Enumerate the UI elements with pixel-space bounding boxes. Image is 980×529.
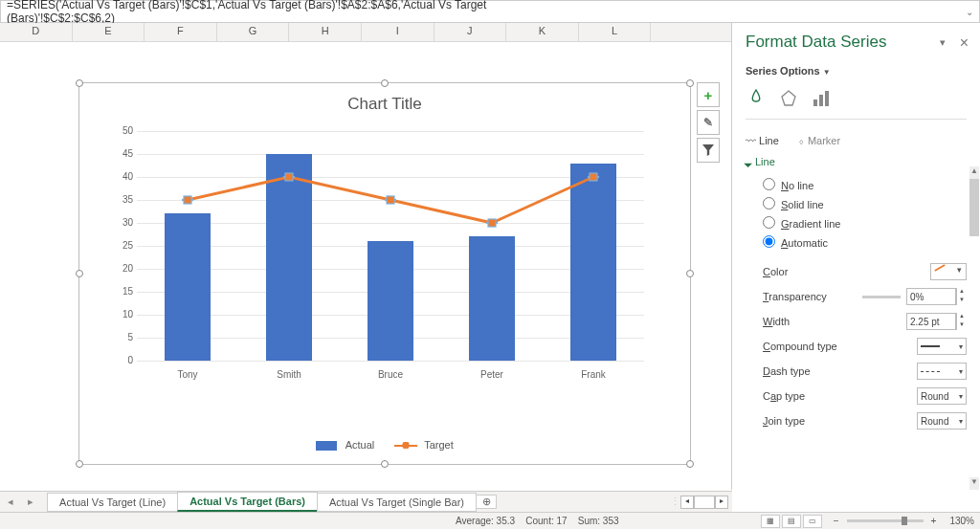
zoom-level[interactable]: 130%	[949, 516, 974, 526]
scroll-track[interactable]	[969, 179, 979, 477]
pane-options-icon[interactable]: ▾	[940, 36, 946, 49]
compound-type-dropdown[interactable]: ▾	[917, 338, 967, 355]
fill-line-icon[interactable]	[746, 88, 767, 109]
resize-handle[interactable]	[76, 79, 83, 87]
series-options-icon[interactable]	[811, 88, 832, 109]
y-axis-label: 40	[108, 171, 133, 182]
line-tab[interactable]: 〰 Line	[746, 135, 779, 146]
formula-expand-icon[interactable]: ⌄	[490, 7, 973, 17]
chart-add-element-button[interactable]: +	[697, 82, 720, 107]
resize-handle[interactable]	[381, 79, 389, 87]
svg-point-11	[496, 222, 498, 224]
col-header[interactable]: G	[217, 23, 290, 41]
scroll-up-icon[interactable]: ▲	[969, 166, 979, 179]
col-header[interactable]: F	[145, 23, 217, 41]
col-header[interactable]: K	[506, 23, 579, 41]
page-break-button[interactable]: ▭	[803, 515, 822, 528]
scroll-down-icon[interactable]: ▼	[969, 477, 979, 490]
column-headers: D E F G H I J K L	[0, 23, 731, 42]
compound-type-label: Compound type	[763, 341, 917, 352]
dash-type-dropdown[interactable]: ▾	[917, 363, 967, 380]
y-axis-label: 20	[108, 263, 133, 274]
svg-point-2	[191, 199, 193, 201]
series-options-label[interactable]: Series Options ▼	[746, 65, 967, 77]
zoom-slider[interactable]	[847, 519, 924, 522]
svg-marker-15	[782, 91, 795, 105]
transparency-spinner[interactable]: ▲▼	[956, 288, 967, 305]
zoom-in-button[interactable]: +	[931, 516, 937, 526]
solid-line-radio[interactable]: Solid line	[746, 194, 967, 213]
width-label: Width	[763, 316, 906, 327]
new-sheet-button[interactable]: ⊕	[476, 495, 497, 509]
y-axis-label: 25	[108, 240, 133, 251]
svg-rect-12	[590, 173, 597, 181]
x-axis-label: Smith	[241, 369, 337, 380]
sheet-tab-line[interactable]: Actual Vs Target (Line)	[47, 493, 178, 512]
col-header[interactable]: I	[362, 23, 434, 41]
x-axis-label: Peter	[444, 369, 540, 380]
width-spinner[interactable]: ▲▼	[956, 313, 967, 330]
svg-point-7	[385, 199, 387, 201]
resize-handle[interactable]	[686, 270, 694, 277]
sheet-tab-bar: ◂ ▸ Actual Vs Target (Line) Actual Vs Ta…	[0, 491, 732, 512]
col-header[interactable]: J	[434, 23, 507, 41]
col-header[interactable]: L	[579, 23, 652, 41]
embedded-chart[interactable]: Chart Title 05101520253035404550 TonySmi…	[78, 82, 691, 465]
resize-handle[interactable]	[686, 460, 694, 468]
y-axis-label: 10	[108, 309, 133, 320]
section-line[interactable]: Line	[746, 156, 967, 167]
automatic-radio[interactable]: Automatic	[746, 232, 967, 252]
join-type-dropdown[interactable]: Round▾	[917, 412, 967, 430]
resize-handle[interactable]	[381, 460, 389, 468]
resize-handle[interactable]	[76, 460, 83, 468]
legend-swatch-target	[394, 445, 417, 447]
formula-text[interactable]: =SERIES('Actual Vs Target (Bars)'!$C$1,'…	[7, 0, 490, 25]
width-input[interactable]: 2.25 pt	[906, 313, 956, 330]
sheet-nav-arrows[interactable]: ◂ ▸	[0, 496, 47, 508]
format-data-series-pane: ▾ × Format Data Series Series Options ▼ …	[732, 23, 980, 490]
y-axis-label: 15	[108, 286, 133, 297]
transparency-slider[interactable]	[862, 296, 901, 298]
svg-point-14	[597, 176, 599, 178]
marker-tab[interactable]: ⬨ Marker	[798, 135, 840, 146]
page-layout-button[interactable]: ▤	[782, 515, 801, 528]
scroll-thumb[interactable]	[969, 179, 979, 236]
transparency-input[interactable]: 0%	[906, 288, 956, 305]
color-picker-button[interactable]	[930, 263, 967, 280]
pane-scrollbar[interactable]: ▲ ▼	[969, 166, 979, 490]
plot-area[interactable]: 05101520253035404550 TonySmithBrucePeter…	[108, 131, 644, 380]
close-icon[interactable]: ×	[960, 34, 969, 52]
svg-point-1	[182, 199, 184, 201]
x-axis-label: Frank	[546, 369, 641, 380]
resize-handle[interactable]	[686, 79, 694, 87]
color-label: Color	[763, 266, 930, 277]
formula-bar[interactable]: =SERIES('Actual Vs Target (Bars)'!$C$1,'…	[0, 0, 980, 23]
chart-title[interactable]: Chart Title	[79, 83, 690, 114]
y-axis-label: 30	[108, 217, 133, 228]
normal-view-button[interactable]: ▦	[761, 515, 780, 528]
sheet-tab-bars[interactable]: Actual Vs Target (Bars)	[177, 492, 318, 512]
gradient-line-radio[interactable]: Gradient line	[746, 213, 967, 232]
effects-icon[interactable]	[778, 88, 799, 109]
no-line-radio[interactable]: No line	[746, 175, 967, 194]
y-axis-label: 0	[108, 355, 133, 365]
tab-scroll-track[interactable]	[694, 496, 715, 509]
svg-rect-9	[488, 219, 496, 227]
col-header[interactable]: D	[0, 23, 73, 41]
tab-scroll-right[interactable]: ▸	[715, 496, 728, 509]
tab-scroll-left[interactable]: ◂	[680, 496, 694, 509]
svg-rect-18	[825, 91, 829, 106]
col-header[interactable]: H	[289, 23, 362, 41]
target-line-series[interactable]	[137, 131, 644, 361]
chart-filter-button[interactable]	[697, 138, 720, 163]
zoom-out-button[interactable]: −	[834, 516, 839, 526]
resize-handle[interactable]	[76, 270, 83, 277]
x-axis-label: Tony	[140, 369, 235, 380]
cap-type-dropdown[interactable]: Round▾	[917, 387, 967, 405]
col-header[interactable]: E	[73, 23, 145, 41]
svg-point-5	[293, 176, 295, 178]
status-sum: Sum: 353	[578, 516, 619, 526]
chart-styles-button[interactable]: ✎	[697, 110, 720, 135]
chart-legend[interactable]: Actual Target	[79, 439, 690, 451]
sheet-tab-singlebar[interactable]: Actual Vs Target (Single Bar)	[317, 493, 477, 512]
